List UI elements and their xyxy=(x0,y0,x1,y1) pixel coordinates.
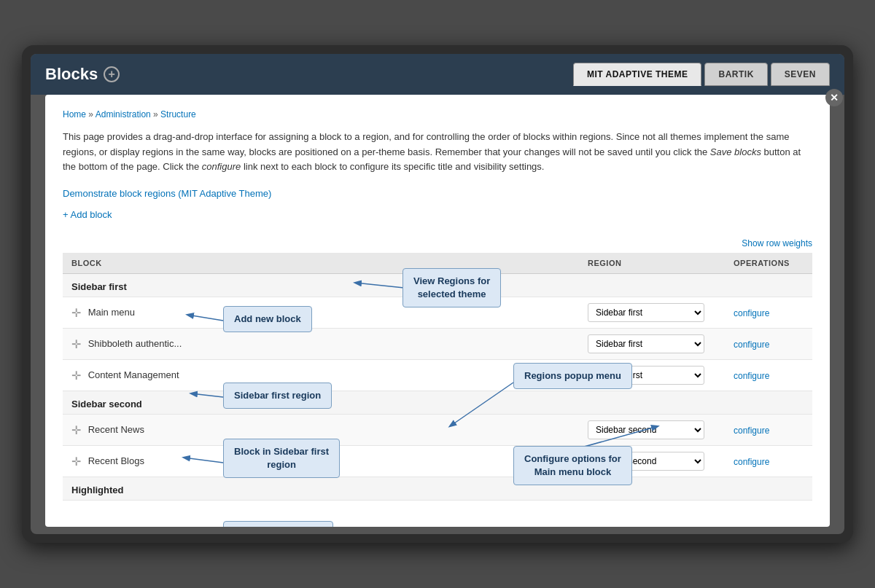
title-text: Blocks xyxy=(45,65,98,84)
drag-handle-icon[interactable]: ✛ xyxy=(71,423,81,437)
breadcrumb-sep2: » xyxy=(153,109,160,119)
breadcrumb-admin[interactable]: Administration xyxy=(96,109,151,119)
block-name-recent-blogs: Recent Blogs xyxy=(88,455,144,466)
add-block-link[interactable]: + Add block xyxy=(63,209,112,220)
inner-bg: Blocks + MIT ADAPTIVE THEME BARTIK SEVEN… xyxy=(31,54,844,534)
breadcrumb-sep1: » xyxy=(88,109,95,119)
col-block: BLOCK xyxy=(63,253,579,274)
ops-cell-content-mgmt: configure xyxy=(725,360,812,391)
drag-handle-icon[interactable]: ✛ xyxy=(71,306,81,320)
tab-mit-adaptive[interactable]: MIT ADAPTIVE THEME xyxy=(573,63,702,86)
drag-handle-icon[interactable]: ✛ xyxy=(71,369,81,383)
configure-link-main-menu[interactable]: configure xyxy=(734,308,769,318)
show-row-weights-area: Show row weights xyxy=(63,238,812,248)
block-name-recent-news: Recent News xyxy=(88,424,144,435)
block-cell-shibboleth: ✛ Shibboleth authentic... xyxy=(63,329,579,360)
ops-cell-recent-news: configure xyxy=(725,415,812,446)
configure-link-recent-blogs[interactable]: configure xyxy=(734,457,769,467)
region-cell-main-menu: Sidebar first Sidebar second Content Non… xyxy=(579,297,725,329)
ops-cell-main-menu: configure xyxy=(725,297,812,329)
outer-frame: Blocks + MIT ADAPTIVE THEME BARTIK SEVEN… xyxy=(22,45,853,543)
tab-seven[interactable]: SEVEN xyxy=(771,63,830,86)
table-row: ✛ Recent Blogs Sidebar second Sidebar fi… xyxy=(63,446,812,477)
section-header-text: Sidebar first xyxy=(71,281,127,292)
region-select-main-menu[interactable]: Sidebar first Sidebar second Content Non… xyxy=(588,303,704,322)
block-name-shibboleth: Shibboleth authentic... xyxy=(88,338,182,349)
block-name-main-menu: Main menu xyxy=(88,307,135,318)
header-bar: Blocks + MIT ADAPTIVE THEME BARTIK SEVEN xyxy=(31,54,844,95)
section-highlighted: Highlighted xyxy=(63,477,812,501)
breadcrumb: Home » Administration » Structure xyxy=(63,109,812,119)
section-header-text: Sidebar second xyxy=(71,399,142,409)
close-button[interactable]: ✕ xyxy=(825,89,843,106)
add-icon[interactable]: + xyxy=(104,66,120,82)
region-select-recent-news[interactable]: Sidebar second Sidebar first Content Non… xyxy=(588,420,704,439)
table-row: ✛ Recent News Sidebar second Sidebar fir… xyxy=(63,415,812,446)
demo-regions-area: Demonstrate block regions (MIT Adaptive … xyxy=(63,188,812,199)
region-cell-shibboleth: Sidebar first Sidebar second Content Non… xyxy=(579,329,725,360)
configure-link-shibboleth[interactable]: configure xyxy=(734,340,769,350)
block-name-content-mgmt: Content Management xyxy=(88,369,179,380)
page-title: Blocks + xyxy=(45,65,120,84)
annotation-view-regions: View Regions forselected theme xyxy=(402,268,501,307)
theme-tabs: MIT ADAPTIVE THEME BARTIK SEVEN xyxy=(573,63,830,86)
page-description: This page provides a drag-and-drop inter… xyxy=(63,130,812,175)
main-content: View Regions forselected theme Add new b… xyxy=(45,95,830,527)
annotation-regions-popup: Regions popup menu xyxy=(513,363,632,389)
annotation-sidebar-region: Sidebar first region xyxy=(223,383,332,409)
annotation-configure-options: Configure options forMain menu block xyxy=(513,446,632,485)
region-select-shibboleth[interactable]: Sidebar first Sidebar second Content Non… xyxy=(588,334,704,353)
annotation-drag-move: Drag to move block xyxy=(223,521,333,527)
col-operations: OPERATIONS xyxy=(725,253,812,274)
breadcrumb-structure[interactable]: Structure xyxy=(160,109,196,119)
configure-link-content-mgmt[interactable]: configure xyxy=(734,371,769,381)
ops-cell-recent-blogs: configure xyxy=(725,446,812,477)
show-row-weights-link[interactable]: Show row weights xyxy=(742,238,812,248)
add-block-row: + Add block xyxy=(63,209,812,220)
section-header-text: Highlighted xyxy=(71,485,124,495)
annotation-block-in-sidebar: Block in Sidebar firstregion xyxy=(223,439,340,478)
annotation-add-block: Add new block xyxy=(223,306,312,332)
table-row: ✛ Shibboleth authentic... Sidebar first … xyxy=(63,329,812,360)
table-row: ✛ Content Management Sidebar first Sideb… xyxy=(63,360,812,391)
drag-handle-icon[interactable]: ✛ xyxy=(71,337,81,351)
section-sidebar-second: Sidebar second xyxy=(63,391,812,415)
block-cell-main-menu: ✛ Main menu xyxy=(63,297,579,329)
breadcrumb-home[interactable]: Home xyxy=(63,109,86,119)
tab-bartik[interactable]: BARTIK xyxy=(704,63,767,86)
region-cell-recent-news: Sidebar second Sidebar first Content Non… xyxy=(579,415,725,446)
demo-regions-link[interactable]: Demonstrate block regions (MIT Adaptive … xyxy=(63,188,271,199)
ops-cell-shibboleth: configure xyxy=(725,329,812,360)
drag-handle-icon[interactable]: ✛ xyxy=(71,455,81,469)
col-region: REGION xyxy=(579,253,725,274)
configure-link-recent-news[interactable]: configure xyxy=(734,426,769,436)
